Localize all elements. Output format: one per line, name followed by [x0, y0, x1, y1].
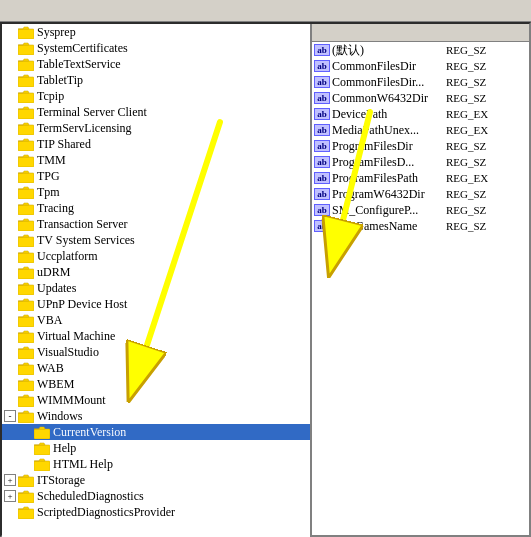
tree-item[interactable]: WIMMMount	[2, 392, 310, 408]
tree-item[interactable]: TermServLicensing	[2, 120, 310, 136]
reg-type: REG_SZ	[446, 204, 486, 216]
reg-item[interactable]: abProgramW6432DirREG_SZ	[312, 186, 529, 202]
folder-icon	[18, 473, 34, 487]
svg-rect-15	[18, 269, 34, 279]
tree-item[interactable]: UPnP Device Host	[2, 296, 310, 312]
reg-item[interactable]: abProgramFilesD...REG_SZ	[312, 154, 529, 170]
left-list[interactable]: Sysprep SystemCertificates TableTextServ…	[2, 24, 310, 537]
tree-item[interactable]: uDRM	[2, 264, 310, 280]
svg-rect-0	[18, 29, 34, 39]
folder-icon	[18, 265, 34, 279]
menu-favorites[interactable]	[20, 10, 28, 12]
tree-item-label: Terminal Server Client	[37, 105, 147, 120]
svg-rect-25	[34, 429, 50, 439]
reg-icon: ab	[314, 188, 330, 200]
tree-item-label: TabletTip	[37, 73, 83, 88]
tree-item-label: Help	[53, 441, 76, 456]
tree-item[interactable]: Transaction Server	[2, 216, 310, 232]
svg-rect-23	[18, 397, 34, 407]
svg-rect-24	[18, 413, 34, 423]
right-list[interactable]: ab(默认)REG_SZabCommonFilesDirREG_SZabComm…	[312, 42, 529, 535]
tree-item-label: Tpm	[37, 185, 60, 200]
tree-item[interactable]: + ScheduledDiagnostics	[2, 488, 310, 504]
reg-icon: ab	[314, 124, 330, 136]
svg-rect-2	[18, 61, 34, 71]
tree-item[interactable]: WAB	[2, 360, 310, 376]
right-pane: ab(默认)REG_SZabCommonFilesDirREG_SZabComm…	[312, 24, 529, 535]
reg-name: ProgramFilesDir	[332, 139, 442, 154]
reg-item[interactable]: abSM_ConfigureP...REG_SZ	[312, 202, 529, 218]
menu-view[interactable]	[4, 10, 12, 12]
tree-item[interactable]: Help	[2, 440, 310, 456]
folder-icon	[18, 201, 34, 215]
tree-item[interactable]: Virtual Machine	[2, 328, 310, 344]
tree-item[interactable]: Terminal Server Client	[2, 104, 310, 120]
folder-icon	[18, 393, 34, 407]
reg-item[interactable]: abMediaPathUnex...REG_EX	[312, 122, 529, 138]
reg-item[interactable]: abCommonFilesDirREG_SZ	[312, 58, 529, 74]
reg-name: SM_ConfigureP...	[332, 203, 442, 218]
folder-icon	[18, 377, 34, 391]
tree-item[interactable]: TMM	[2, 152, 310, 168]
tree-item[interactable]: + ITStorage	[2, 472, 310, 488]
folder-icon	[18, 89, 34, 103]
tree-item[interactable]: TV System Services	[2, 232, 310, 248]
menu-help[interactable]	[36, 10, 44, 12]
tree-item-label: Tracing	[37, 201, 74, 216]
tree-item[interactable]: WBEM	[2, 376, 310, 392]
tree-item[interactable]: TIP Shared	[2, 136, 310, 152]
reg-type: REG_EX	[446, 124, 488, 136]
tree-item[interactable]: Uccplatform	[2, 248, 310, 264]
folder-icon	[18, 233, 34, 247]
reg-name: ProgramFilesD...	[332, 155, 442, 170]
tree-expander[interactable]: +	[4, 490, 16, 502]
folder-icon	[18, 137, 34, 151]
reg-type: REG_SZ	[446, 188, 486, 200]
svg-rect-7	[18, 141, 34, 151]
svg-rect-20	[18, 349, 34, 359]
tree-item[interactable]: Tcpip	[2, 88, 310, 104]
folder-icon	[18, 121, 34, 135]
tree-expander[interactable]: +	[4, 474, 16, 486]
svg-rect-19	[18, 333, 34, 343]
tree-item-label: ITStorage	[37, 473, 85, 488]
tree-item[interactable]: Tracing	[2, 200, 310, 216]
tree-item[interactable]: VisualStudio	[2, 344, 310, 360]
tree-item[interactable]: HTML Help	[2, 456, 310, 472]
reg-item[interactable]: abCommonFilesDir...REG_SZ	[312, 74, 529, 90]
reg-item[interactable]: abProgramFilesPathREG_EX	[312, 170, 529, 186]
tree-item[interactable]: TabletTip	[2, 72, 310, 88]
reg-item[interactable]: abDevicePathREG_EX	[312, 106, 529, 122]
tree-expander[interactable]: -	[4, 410, 16, 422]
reg-item[interactable]: abCommonW6432DirREG_SZ	[312, 90, 529, 106]
tree-item[interactable]: Sysprep	[2, 24, 310, 40]
folder-icon	[18, 185, 34, 199]
folder-icon	[18, 297, 34, 311]
tree-item[interactable]: Tpm	[2, 184, 310, 200]
reg-item[interactable]: ab(默认)REG_SZ	[312, 42, 529, 58]
svg-rect-18	[18, 317, 34, 327]
tree-item[interactable]: ScriptedDiagnosticsProvider	[2, 504, 310, 520]
reg-type: REG_SZ	[446, 76, 486, 88]
reg-icon: ab	[314, 204, 330, 216]
tree-item-label: ScriptedDiagnosticsProvider	[37, 505, 175, 520]
reg-name: CommonFilesDir	[332, 59, 442, 74]
tree-item[interactable]: CurrentVersion	[2, 424, 310, 440]
tree-item[interactable]: Updates	[2, 280, 310, 296]
reg-type: REG_EX	[446, 108, 488, 120]
tree-item-label: Transaction Server	[37, 217, 128, 232]
tree-item[interactable]: TPG	[2, 168, 310, 184]
svg-rect-17	[18, 301, 34, 311]
tree-item-label: WIMMMount	[37, 393, 106, 408]
tree-item[interactable]: VBA	[2, 312, 310, 328]
svg-rect-11	[18, 205, 34, 215]
reg-item[interactable]: abProgramFilesDirREG_SZ	[312, 138, 529, 154]
tree-item[interactable]: - Windows	[2, 408, 310, 424]
reg-item[interactable]: abSM_GamesNameREG_SZ	[312, 218, 529, 234]
tree-item-label: SystemCertificates	[37, 41, 128, 56]
reg-name: SM_GamesName	[332, 219, 442, 234]
tree-item[interactable]: TableTextService	[2, 56, 310, 72]
tree-item-label: ScheduledDiagnostics	[37, 489, 144, 504]
tree-item-label: Windows	[37, 409, 83, 424]
tree-item[interactable]: SystemCertificates	[2, 40, 310, 56]
